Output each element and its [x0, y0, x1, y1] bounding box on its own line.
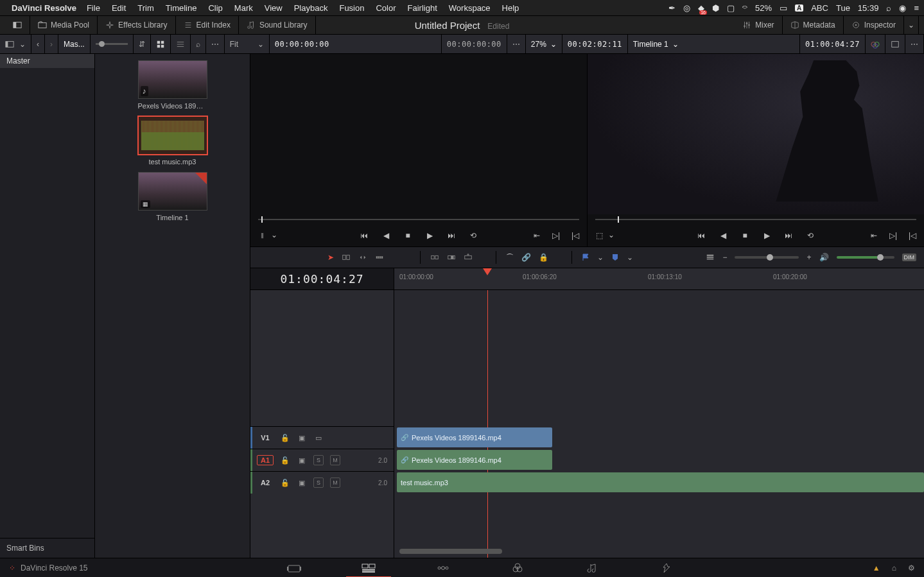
menu-playback[interactable]: Playback	[294, 3, 328, 13]
input-source-icon[interactable]: A	[795, 4, 803, 12]
play-reverse-button[interactable]: ◀	[718, 230, 728, 241]
effects-library-button[interactable]: Effects Library	[98, 15, 175, 35]
sidebar-toggle-button[interactable]: ⌄	[0, 35, 31, 54]
inspector-button[interactable]: Inspector	[844, 15, 904, 35]
visibility-icon[interactable]: ▭	[313, 434, 324, 442]
menu-fusion[interactable]: Fusion	[339, 3, 364, 13]
clip-card[interactable]: ▦ Timeline 1	[138, 172, 207, 221]
dropbox-icon[interactable]: ⬢	[712, 3, 719, 13]
flag-caret[interactable]: ⌄	[597, 253, 604, 262]
go-last-button[interactable]: ⏭	[783, 230, 794, 241]
search-button[interactable]: ⌕	[191, 35, 206, 54]
menu-timeline[interactable]: Timeline	[166, 3, 197, 13]
menu-workspace[interactable]: Workspace	[449, 3, 491, 13]
clip-thumbnail[interactable]: ▦	[138, 172, 207, 211]
warning-icon[interactable]: ▲	[873, 564, 880, 573]
timeline-timecode-box[interactable]: 01:00:04:27	[250, 268, 394, 289]
home-button[interactable]: ⌂	[892, 564, 896, 573]
spotlight-icon[interactable]: ⌕	[886, 3, 891, 13]
auto-select-icon[interactable]: ▣	[297, 479, 307, 487]
timeline-ruler[interactable]: 01:00:00:00 01:00:06:20 01:00:13:10 01:0…	[394, 268, 924, 289]
menu-color[interactable]: Color	[376, 3, 396, 13]
go-first-button[interactable]: ⏮	[696, 230, 706, 241]
list-view-button[interactable]	[171, 35, 191, 54]
lock-button[interactable]: 🔒	[539, 253, 548, 262]
match-frame-button[interactable]: ⦀	[257, 230, 267, 241]
nav-forward-button[interactable]: ›	[45, 35, 58, 54]
mark-out-button[interactable]: |◁	[570, 230, 580, 241]
mark-out-button[interactable]: |◁	[907, 230, 918, 241]
lock-icon[interactable]: 🔓	[280, 434, 290, 442]
app-name[interactable]: DaVinci Resolve	[12, 3, 76, 13]
horizontal-scrollbar[interactable]	[399, 549, 502, 554]
menu-fairlight[interactable]: Fairlight	[408, 3, 437, 13]
marker-caret[interactable]: ⌄	[627, 253, 633, 262]
mixer-button[interactable]: Mixer	[735, 15, 782, 35]
selection-tool-button[interactable]: ➤	[327, 253, 334, 262]
dim-button[interactable]: DIM	[902, 254, 917, 261]
lock-icon[interactable]: 🔓	[280, 456, 290, 465]
fairlight-page-button[interactable]	[555, 558, 629, 578]
marker-dropdown[interactable]	[611, 254, 619, 261]
solo-button[interactable]: S	[313, 455, 324, 465]
toolbar-more-button[interactable]: ⌄	[904, 15, 919, 35]
quill-icon[interactable]: ✒	[668, 3, 676, 13]
mute-button[interactable]: M	[330, 455, 340, 465]
menu-trim[interactable]: Trim	[137, 3, 154, 13]
bin-more-button[interactable]: ⋯	[206, 35, 225, 54]
lock-icon[interactable]: 🔓	[280, 479, 290, 487]
audio-clip[interactable]: 🔗Pexels Videos 1899146.mp4	[397, 450, 552, 470]
clip-card[interactable]: test music.mp3	[138, 116, 207, 166]
viewer-more-button[interactable]: ⋯	[905, 35, 924, 54]
cc-icon[interactable]: ◎	[683, 3, 690, 13]
grid-view-button[interactable]	[151, 35, 171, 54]
loop-button[interactable]: ⟲	[805, 230, 815, 241]
mark-in-button[interactable]: ▷|	[551, 230, 561, 241]
auto-select-icon[interactable]: ▣	[297, 434, 307, 442]
link-button[interactable]: 🔗	[521, 253, 531, 262]
sound-library-button[interactable]: Sound Library	[239, 15, 316, 35]
timeline-options-button[interactable]	[706, 253, 715, 262]
auto-select-icon[interactable]: ▣	[297, 456, 307, 465]
transform-overlay-button[interactable]: ⬚	[594, 230, 604, 241]
zoom-in-button[interactable]: +	[806, 253, 811, 262]
airplay-icon[interactable]: ▢	[727, 3, 735, 13]
play-button[interactable]: ▶	[762, 230, 772, 241]
edit-page-button[interactable]	[331, 558, 406, 578]
solo-button[interactable]: S	[313, 478, 324, 488]
source-more-button[interactable]: ⋯	[507, 35, 526, 54]
media-page-button[interactable]	[257, 558, 331, 578]
go-last-button[interactable]: ⏭	[446, 230, 457, 241]
track-header-a2[interactable]: A2 🔓 ▣ S M 2.0	[250, 471, 394, 494]
video-clip[interactable]: 🔗Pexels Videos 1899146.mp4	[397, 427, 552, 447]
notification-center-icon[interactable]: ≡	[914, 3, 919, 13]
sort-button[interactable]: ⇵	[134, 35, 151, 54]
record-scrub-bar[interactable]	[588, 214, 924, 225]
track-header-v1[interactable]: V1 🔓 ▣ ▭	[250, 426, 394, 449]
menu-mark[interactable]: Mark	[234, 3, 253, 13]
insert-button[interactable]: ⇤	[532, 230, 542, 241]
overwrite-clip-button[interactable]	[447, 253, 456, 262]
deliver-page-button[interactable]	[629, 558, 704, 578]
bin-path[interactable]: Mas...	[58, 35, 91, 54]
go-first-button[interactable]: ⏮	[359, 230, 369, 241]
blade-tool-button[interactable]	[375, 253, 384, 262]
record-canvas[interactable]	[588, 54, 924, 214]
timeline-selector[interactable]: Timeline 1⌄	[628, 35, 800, 54]
menu-file[interactable]: File	[87, 3, 100, 13]
match-frame-button[interactable]: ⇤	[869, 230, 879, 241]
battery-icon[interactable]: ▭	[780, 3, 787, 13]
volume-icon[interactable]: 🔊	[819, 253, 829, 262]
menu-view[interactable]: View	[265, 3, 283, 13]
track-header-a1[interactable]: A1 🔓 ▣ S M 2.0	[250, 449, 394, 471]
single-viewer-button[interactable]	[885, 35, 905, 54]
menu-clip[interactable]: Clip	[208, 3, 222, 13]
mute-button[interactable]: M	[330, 478, 340, 488]
stop-button[interactable]: ■	[740, 230, 750, 241]
playhead-icon[interactable]	[483, 268, 492, 275]
mark-in-button[interactable]: ▷|	[888, 230, 898, 241]
smart-bins-header[interactable]: Smart Bins	[0, 538, 94, 558]
master-bin[interactable]: Master	[0, 54, 94, 68]
trim-tool-button[interactable]	[342, 253, 351, 262]
wifi-icon[interactable]: ⌔	[742, 3, 747, 13]
